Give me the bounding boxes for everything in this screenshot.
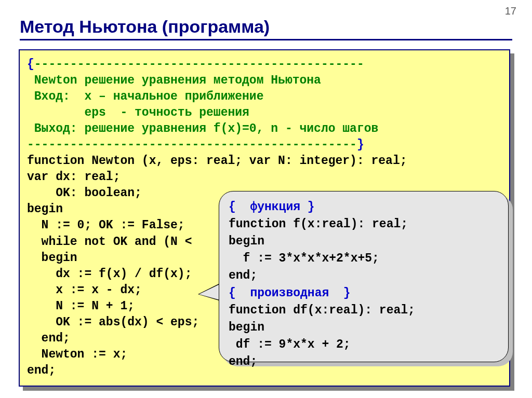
callout-line: f := 3*x*x*x+2*x+5; bbox=[229, 252, 379, 265]
callout-line: df := 9*x*x + 2; bbox=[229, 338, 351, 351]
code-line: begin bbox=[27, 251, 77, 265]
code-line: OK: boolean; bbox=[27, 186, 142, 200]
callout-line: begin bbox=[229, 321, 264, 334]
code-line: end; bbox=[27, 364, 56, 377]
callout-line: function f(x:real): real; bbox=[229, 217, 408, 231]
callout-box: { функция } function f(x:real): real; be… bbox=[219, 191, 509, 362]
code-line: end; bbox=[27, 332, 70, 345]
callout-line: begin bbox=[229, 235, 264, 248]
code-line: Newton решение уравнения методом Ньютона bbox=[27, 74, 321, 87]
code-line: N := N + 1; bbox=[27, 299, 135, 313]
callout-line: function df(x:real): real; bbox=[229, 304, 415, 317]
code-line: eps - точность решения bbox=[27, 106, 249, 119]
code-line: Newton := x; bbox=[27, 348, 127, 361]
callout-line: end; bbox=[229, 355, 257, 368]
code-line: OK := abs(dx) < eps; bbox=[27, 315, 199, 329]
code-line: begin bbox=[27, 202, 63, 216]
code-line: x := x - dx; bbox=[27, 283, 142, 297]
code-line: { bbox=[27, 58, 34, 71]
slide-title: Метод Ньютона (программа) bbox=[20, 17, 512, 40]
callout-line: { производная } bbox=[229, 286, 351, 300]
code-line: ----------------------------------------… bbox=[27, 138, 357, 152]
code-line: N := 0; OK := False; bbox=[27, 218, 185, 232]
code-line: dx := f(x) / df(x); bbox=[27, 267, 192, 281]
code-line: function Newton (x, eps: real; var N: in… bbox=[27, 154, 407, 168]
callout-line: { функция } bbox=[229, 200, 315, 214]
callout-line: end; bbox=[229, 269, 257, 282]
code-line: Вход: x – начальное приближение bbox=[27, 90, 263, 103]
code-line: var dx: real; bbox=[27, 170, 120, 184]
page-number: 17 bbox=[505, 5, 516, 17]
code-line: } bbox=[357, 138, 364, 152]
code-line: Выход: решение уравнения f(x)=0, n - чис… bbox=[27, 122, 378, 135]
code-line: while not OK and (N < bbox=[27, 235, 192, 249]
code-line: ----------------------------------------… bbox=[34, 58, 364, 71]
